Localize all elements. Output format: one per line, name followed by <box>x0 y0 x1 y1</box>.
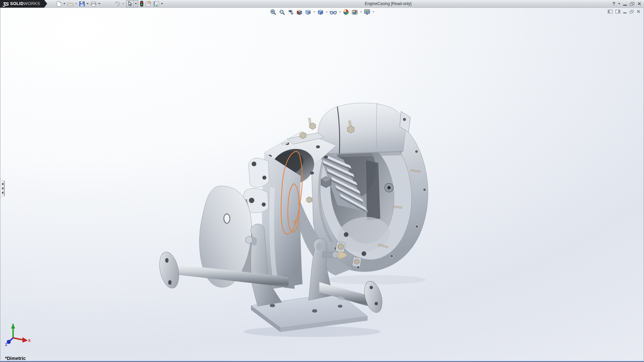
display-style-button[interactable] <box>317 8 325 16</box>
pane-right-toggle-icon[interactable] <box>615 10 620 13</box>
triad-y-label: Y <box>12 323 14 327</box>
apply-scene-icon <box>352 9 358 15</box>
new-document-dropdown[interactable] <box>63 0 66 7</box>
print-dropdown[interactable] <box>98 0 101 7</box>
new-document-icon <box>56 1 62 7</box>
view-orientation-label: *Dimetric <box>5 356 25 361</box>
solidworks-logo-name: SOLIDWORKS <box>10 1 40 6</box>
minimize-button[interactable] <box>623 5 627 6</box>
help-dropdown[interactable] <box>618 3 620 4</box>
print-button[interactable] <box>90 0 97 7</box>
edit-appearance-button[interactable] <box>342 8 350 16</box>
view-settings-dropdown[interactable] <box>372 11 375 13</box>
solidworks-logo: ƷS SOLIDWORKS <box>0 0 44 8</box>
view-orientation-dropdown[interactable] <box>313 11 316 13</box>
view-orientation-icon <box>305 9 312 15</box>
document-close-button[interactable]: ✕ <box>637 9 640 14</box>
view-orientation-button[interactable] <box>304 8 312 16</box>
document-minimize-button[interactable] <box>623 12 627 13</box>
apply-scene-button[interactable] <box>351 8 359 16</box>
orientation-triad: Y X Z <box>3 322 31 349</box>
open-folder-icon <box>67 1 73 7</box>
engine-casing-model[interactable] <box>0 8 644 362</box>
options-icon <box>153 1 159 7</box>
help-button[interactable]: ? <box>612 1 615 6</box>
new-document-button[interactable] <box>55 0 62 7</box>
options-dropdown[interactable] <box>160 0 164 7</box>
rebuild-button[interactable] <box>139 0 144 7</box>
close-button[interactable]: ✕ <box>637 1 641 6</box>
section-view-button[interactable] <box>296 8 304 16</box>
logo-name-light: WORKS <box>23 1 40 6</box>
undo-button[interactable] <box>113 0 121 7</box>
traffic-light-icon <box>140 1 144 7</box>
display-style-dropdown[interactable] <box>325 11 328 13</box>
zoom-to-fit-icon <box>270 9 277 15</box>
window-controls: ? ✕ <box>612 1 644 6</box>
hide-show-items-button[interactable] <box>329 8 338 16</box>
zoom-to-area-button[interactable] <box>278 8 286 16</box>
title-bar: ƷS SOLIDWORKS <box>0 0 644 8</box>
logo-flyout-arrow-icon[interactable] <box>44 0 47 8</box>
hide-show-items-dropdown[interactable] <box>338 11 341 13</box>
undo-dropdown[interactable] <box>121 0 125 7</box>
save-button[interactable] <box>78 0 86 7</box>
display-style-icon <box>317 9 324 15</box>
select-button[interactable] <box>126 1 133 7</box>
save-floppy-icon <box>79 1 85 7</box>
logo-name-bold: SOLID <box>10 1 23 6</box>
save-dropdown[interactable] <box>86 0 90 7</box>
appearance-sphere-icon <box>343 9 350 15</box>
eyeglasses-icon <box>330 9 337 15</box>
solidworks-logo-mark: ƷS <box>3 1 8 7</box>
open-button[interactable] <box>67 0 74 7</box>
document-window-controls: ✕ <box>608 9 640 14</box>
select-tool-group <box>126 0 138 7</box>
apply-scene-dropdown[interactable] <box>360 11 363 13</box>
featuremanager-collapsed-tab[interactable] <box>0 179 5 198</box>
triad-x-label: X <box>28 339 31 343</box>
graphics-viewport[interactable]: ✕ Y X Z *Dimetric <box>0 8 644 362</box>
undo-icon <box>114 1 120 7</box>
file-properties-icon <box>145 1 152 7</box>
collapse-arrow-icon <box>2 187 3 190</box>
collapse-arrow-icon <box>2 191 3 194</box>
engine-casing-geometry <box>157 103 428 337</box>
view-settings-icon <box>364 9 371 15</box>
select-cursor-icon <box>127 1 132 6</box>
document-title: EngineCasing [Read-only] <box>164 1 612 6</box>
view-settings-button[interactable] <box>363 8 371 16</box>
previous-view-icon <box>287 9 294 15</box>
file-properties-button[interactable] <box>145 0 152 7</box>
main-toolbar <box>55 0 164 7</box>
restore-button[interactable] <box>630 2 634 6</box>
headsup-view-toolbar <box>269 8 375 16</box>
previous-view-button[interactable] <box>287 8 295 16</box>
document-restore-button[interactable] <box>630 10 634 13</box>
collapse-arrow-icon <box>2 183 3 185</box>
zoom-to-fit-button[interactable] <box>269 8 277 16</box>
print-icon <box>91 1 97 7</box>
section-view-icon <box>296 9 303 15</box>
options-button[interactable] <box>153 0 160 7</box>
triad-z-label: Z <box>5 343 7 347</box>
select-dropdown[interactable] <box>133 1 138 7</box>
open-dropdown[interactable] <box>74 0 78 7</box>
pane-left-toggle-icon[interactable] <box>608 10 612 13</box>
zoom-to-area-icon <box>279 9 285 15</box>
